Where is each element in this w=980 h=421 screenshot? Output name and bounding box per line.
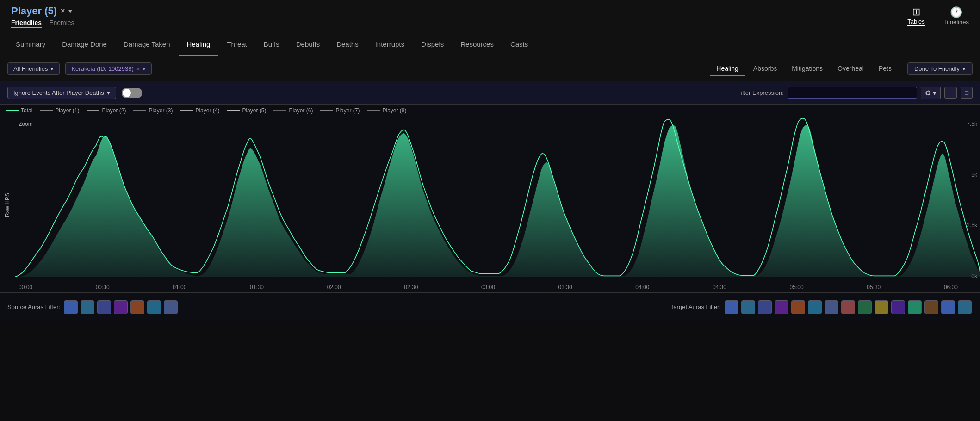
target-aura-icon-13[interactable]: [924, 300, 938, 314]
tab-dispels[interactable]: Dispels: [413, 33, 452, 56]
legend-p3-label: Player (3): [149, 107, 173, 114]
all-friendlies-dropdown[interactable]: All Friendlies ▾: [7, 62, 60, 75]
chart-container: Raw HPS Zoom 7.5k 5k 2.5k 0k: [0, 117, 980, 293]
sub-tab-mitigations[interactable]: Mitigations: [785, 62, 829, 76]
sub-header-left: All Friendlies ▾ Kerakeia (ID: 1002938) …: [7, 62, 152, 75]
top-bar: Player (5) × ▾ Friendlies Enemies ⊞ Tabl…: [0, 0, 980, 33]
friend-enemy-tabs: Friendlies Enemies: [11, 19, 74, 28]
player-close-icon[interactable]: ×: [61, 7, 65, 15]
friendlies-tab[interactable]: Friendlies: [11, 19, 42, 28]
target-aura-icon-4[interactable]: [775, 300, 788, 314]
timelines-button[interactable]: 🕐 Timelines: [943, 7, 969, 25]
tab-buffs[interactable]: Buffs: [255, 33, 288, 56]
legend-player1[interactable]: Player (1): [40, 107, 79, 114]
tab-summary[interactable]: Summary: [7, 33, 54, 56]
target-aura-icon-1[interactable]: [725, 300, 738, 314]
nav-tabs: Summary Damage Done Damage Taken Healing…: [0, 33, 980, 56]
chart-inner[interactable]: Zoom 7.5k 5k 2.5k 0k: [15, 117, 980, 292]
x-label-0300: 03:00: [481, 284, 495, 291]
target-aura-icon-15[interactable]: [958, 300, 972, 314]
minimize-button[interactable]: ─: [944, 87, 957, 99]
tables-label: Tables: [907, 18, 925, 25]
filter-expression-input[interactable]: [788, 87, 917, 99]
target-aura-icon-11[interactable]: [891, 300, 905, 314]
legend-player8[interactable]: Player (8): [367, 107, 406, 114]
x-label-0500: 05:00: [790, 284, 804, 291]
legend-p4-label: Player (4): [195, 107, 219, 114]
target-aura-icon-9[interactable]: [858, 300, 872, 314]
toolbar: Ignore Events After Player Deaths ▾ Filt…: [0, 81, 980, 105]
dropdown-chevron-icon: ▾: [50, 65, 54, 72]
grid-icon: ⊞: [912, 7, 920, 17]
player-filter-chevron-icon: ▾: [143, 65, 146, 72]
legend-player7[interactable]: Player (7): [320, 107, 360, 114]
target-aura-icon-14[interactable]: [941, 300, 955, 314]
x-label-0000: 00:00: [19, 284, 32, 291]
source-aura-icon-2[interactable]: [81, 300, 94, 314]
target-aura-icon-3[interactable]: [758, 300, 772, 314]
tab-damage-taken[interactable]: Damage Taken: [115, 33, 179, 56]
ignore-events-button[interactable]: Ignore Events After Player Deaths ▾: [7, 87, 116, 99]
target-auras-label: Target Auras Filter:: [670, 303, 721, 310]
timelines-label: Timelines: [943, 19, 969, 25]
source-aura-icon-7[interactable]: [164, 300, 178, 314]
source-aura-icon-3[interactable]: [97, 300, 111, 314]
ignore-events-chevron-icon: ▾: [107, 89, 110, 96]
sub-tab-healing[interactable]: Healing: [710, 62, 744, 76]
sub-tab-pets[interactable]: Pets: [872, 62, 898, 76]
source-aura-icon-4[interactable]: [114, 300, 128, 314]
legend-player6[interactable]: Player (6): [273, 107, 313, 114]
target-aura-icon-8[interactable]: [841, 300, 855, 314]
x-label-0530: 05:30: [867, 284, 881, 291]
maximize-button[interactable]: □: [961, 87, 973, 99]
y-axis-label: Raw HPS: [0, 117, 15, 292]
tab-healing[interactable]: Healing: [179, 33, 219, 56]
target-aura-icon-10[interactable]: [875, 300, 888, 314]
legend-player5[interactable]: Player (5): [227, 107, 266, 114]
target-aura-icon-5[interactable]: [791, 300, 805, 314]
legend-p8-label: Player (8): [382, 107, 406, 114]
filter-expression-label: Filter Expression:: [738, 89, 784, 96]
toolbar-right: Filter Expression: ⚙ ▾ ─ □: [738, 87, 973, 99]
enemies-tab[interactable]: Enemies: [49, 19, 74, 28]
player-filter-close-icon[interactable]: ×: [136, 65, 140, 72]
source-aura-icon-6[interactable]: [147, 300, 161, 314]
tab-resources[interactable]: Resources: [452, 33, 502, 56]
sub-tab-absorbs[interactable]: Absorbs: [747, 62, 783, 76]
legend-player4[interactable]: Player (4): [180, 107, 219, 114]
x-label-0100: 01:00: [173, 284, 186, 291]
legend-p3-line: [133, 110, 146, 111]
legend-p5-label: Player (5): [242, 107, 266, 114]
target-aura-icon-6[interactable]: [808, 300, 822, 314]
ignore-events-label: Ignore Events After Player Deaths: [13, 89, 104, 96]
tab-damage-done[interactable]: Damage Done: [54, 33, 115, 56]
player-filter-dropdown[interactable]: Kerakeia (ID: 1002938) × ▾: [65, 62, 152, 75]
top-bar-right: ⊞ Tables 🕐 Timelines: [907, 7, 969, 26]
tab-deaths[interactable]: Deaths: [328, 33, 367, 56]
bottom-bar-left: Source Auras Filter:: [7, 300, 488, 314]
target-aura-icon-7[interactable]: [825, 300, 838, 314]
legend-player3[interactable]: Player (3): [133, 107, 173, 114]
legend-total[interactable]: Total: [6, 107, 32, 114]
sub-tab-overheal[interactable]: Overheal: [831, 62, 870, 76]
done-to-friendly-button[interactable]: Done To Friendly ▾: [907, 62, 973, 75]
all-friendlies-label: All Friendlies: [13, 65, 48, 72]
target-aura-icon-12[interactable]: [908, 300, 922, 314]
source-auras-label: Source Auras Filter:: [7, 303, 60, 310]
tab-interrupts[interactable]: Interrupts: [367, 33, 413, 56]
tables-button[interactable]: ⊞ Tables: [907, 7, 925, 26]
legend-player2[interactable]: Player (2): [87, 107, 126, 114]
legend-p8-line: [367, 110, 380, 111]
target-aura-icon-2[interactable]: [741, 300, 755, 314]
ignore-events-toggle[interactable]: [122, 88, 142, 98]
tab-debuffs[interactable]: Debuffs: [288, 33, 328, 56]
tab-threat[interactable]: Threat: [218, 33, 255, 56]
minimize-icon: ─: [949, 89, 953, 96]
gear-button[interactable]: ⚙ ▾: [921, 87, 941, 99]
tab-casts[interactable]: Casts: [502, 33, 536, 56]
x-label-0200: 02:00: [327, 284, 341, 291]
toolbar-left: Ignore Events After Player Deaths ▾: [7, 87, 142, 99]
player-chevron-icon[interactable]: ▾: [68, 7, 72, 15]
source-aura-icon-5[interactable]: [130, 300, 144, 314]
source-aura-icon-1[interactable]: [64, 300, 78, 314]
